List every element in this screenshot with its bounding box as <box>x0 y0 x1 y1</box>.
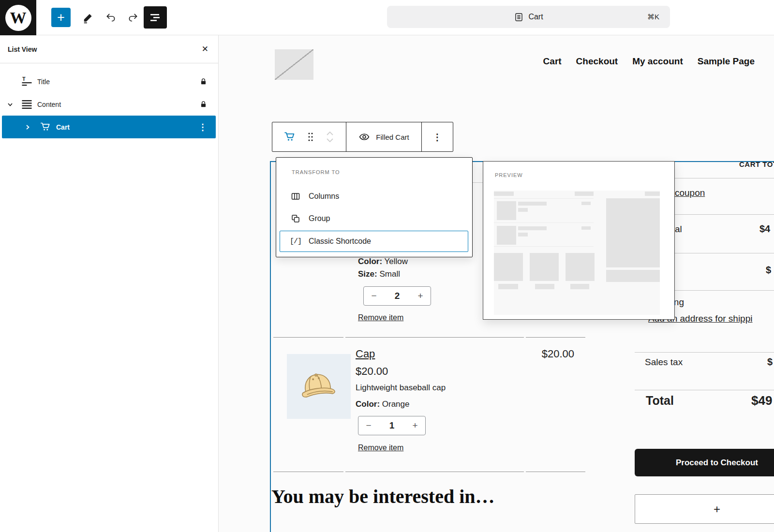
block-options-button[interactable]: ⋮ <box>422 122 453 151</box>
wireframe-divider <box>494 198 594 199</box>
quantity-value[interactable]: 1 <box>379 420 405 431</box>
move-up-icon[interactable] <box>325 131 335 136</box>
item-attribute-color: Color: Orange <box>356 399 409 409</box>
block-inserter-button[interactable]: + <box>51 8 71 27</box>
wireframe-bar <box>570 284 589 289</box>
cross-sell-heading: You may be interested in… <box>271 485 494 508</box>
list-view-row-cart[interactable]: Cart ⋮ <box>2 116 216 138</box>
wireframe-square <box>494 253 523 281</box>
quantity-decrease-button[interactable]: − <box>358 420 379 431</box>
wireframe-bar <box>518 233 528 236</box>
row-divider <box>273 337 343 338</box>
cart-view-switcher[interactable]: Filled Cart <box>346 122 422 151</box>
wireframe-panel <box>606 198 660 267</box>
nav-link-checkout[interactable]: Checkout <box>576 56 618 67</box>
wireframe-thumb <box>497 226 516 245</box>
menu-item-group[interactable]: Group <box>290 207 330 230</box>
block-appender-button[interactable]: + <box>635 494 774 524</box>
wordpress-logo[interactable]: W <box>0 0 36 35</box>
cap-illustration <box>295 362 343 411</box>
attribute-label: Color: <box>358 257 382 266</box>
nav-link-my-account[interactable]: My account <box>632 56 683 67</box>
keyboard-shortcut: ⌘K <box>647 13 659 21</box>
pencil-icon <box>82 12 94 24</box>
nav-link-sample-page[interactable]: Sample Page <box>698 56 755 67</box>
attribute-value: Orange <box>382 399 410 409</box>
sales-tax-value: $ <box>767 356 773 368</box>
edit-tool-button[interactable] <box>80 10 96 26</box>
wireframe-divider <box>494 222 594 223</box>
attribute-label: Size: <box>358 269 377 279</box>
chevron-down-icon[interactable] <box>7 101 15 108</box>
cart-totals-heading: CART TOTALS <box>739 160 774 168</box>
cart-block-icon <box>40 121 51 133</box>
editor-top-bar: W + <box>0 0 774 35</box>
undo-button[interactable] <box>103 10 119 26</box>
site-logo-placeholder[interactable] <box>275 49 313 80</box>
lock-icon <box>199 100 208 108</box>
plus-icon: + <box>57 11 65 24</box>
site-navigation: Cart Checkout My account Sample Page <box>543 56 755 67</box>
block-toolbar: Filled Cart ⋮ <box>272 122 453 152</box>
list-view-tree: T Title <box>0 63 218 138</box>
undo-icon <box>104 12 117 24</box>
remove-item-link[interactable]: Remove item <box>358 313 403 322</box>
redo-button[interactable] <box>125 10 141 26</box>
wireframe-bar <box>494 192 514 196</box>
list-view-panel: List View ✕ T Title <box>0 35 219 532</box>
row-divider <box>526 337 585 338</box>
quantity-stepper[interactable]: − 1 + <box>358 416 426 435</box>
chevron-right-icon[interactable] <box>24 124 32 131</box>
list-view-title: List View <box>8 45 37 53</box>
wireframe-bar <box>518 202 547 206</box>
attribute-label: Color: <box>356 399 380 409</box>
quantity-increase-button[interactable]: + <box>405 420 425 431</box>
shortcode-icon: [/] <box>290 237 301 246</box>
row-label: Content <box>37 101 61 108</box>
transform-preview-popup: PREVIEW <box>483 161 675 320</box>
wireframe-bar <box>518 226 547 230</box>
cart-view-label: Filled Cart <box>376 133 409 141</box>
proceed-to-checkout-button[interactable]: Proceed to Checkout <box>635 449 774 476</box>
list-view-row-title[interactable]: T Title <box>0 70 218 93</box>
cart-block-icon[interactable] <box>283 131 296 143</box>
menu-item-label: Group <box>309 214 330 223</box>
attribute-value: Yellow <box>384 257 408 266</box>
svg-text:T: T <box>22 76 26 82</box>
quantity-stepper[interactable]: − 2 + <box>363 286 431 306</box>
item-attribute-color: Color: Yellow <box>358 257 408 266</box>
quantity-decrease-button[interactable]: − <box>364 291 384 301</box>
wireframe-square <box>566 253 595 281</box>
transform-menu-title: TRANSFORM TO <box>292 169 340 175</box>
close-icon[interactable]: ✕ <box>202 44 208 54</box>
total-value: $49 <box>751 393 772 408</box>
command-search-bar[interactable]: Cart ⌘K <box>387 6 670 28</box>
document-overview-button[interactable] <box>144 6 167 29</box>
quantity-value[interactable]: 2 <box>384 291 410 301</box>
wireframe-bar <box>575 192 594 196</box>
sales-tax-label: Sales tax <box>645 357 683 368</box>
move-down-icon[interactable] <box>325 137 335 143</box>
preview-wireframe <box>494 191 660 315</box>
list-view-row-content[interactable]: Content <box>0 93 218 116</box>
wireframe-bar <box>581 226 591 230</box>
product-thumbnail[interactable] <box>287 354 351 419</box>
remove-item-link[interactable]: Remove item <box>358 443 403 452</box>
product-name-link[interactable]: Cap <box>356 348 375 360</box>
product-price: $20.00 <box>356 365 388 378</box>
nav-link-cart[interactable]: Cart <box>543 56 562 67</box>
menu-item-classic-shortcode[interactable]: [/] Classic Shortcode <box>280 231 468 252</box>
kebab-menu-icon[interactable]: ⋮ <box>198 122 207 133</box>
product-description: Lightweight baseball cap <box>356 383 446 393</box>
row-divider <box>273 472 343 472</box>
block-selection-border-left <box>270 161 271 532</box>
menu-item-label: Columns <box>309 192 339 201</box>
menu-item-columns[interactable]: Columns <box>290 185 339 207</box>
command-bar-label: Cart <box>528 13 543 21</box>
drag-handle[interactable] <box>307 132 314 142</box>
quantity-increase-button[interactable]: + <box>410 291 431 301</box>
lock-icon <box>199 77 208 86</box>
row-divider <box>526 472 585 472</box>
wireframe-bar <box>645 192 660 196</box>
transform-menu: TRANSFORM TO Columns Group [/] <box>276 157 473 257</box>
